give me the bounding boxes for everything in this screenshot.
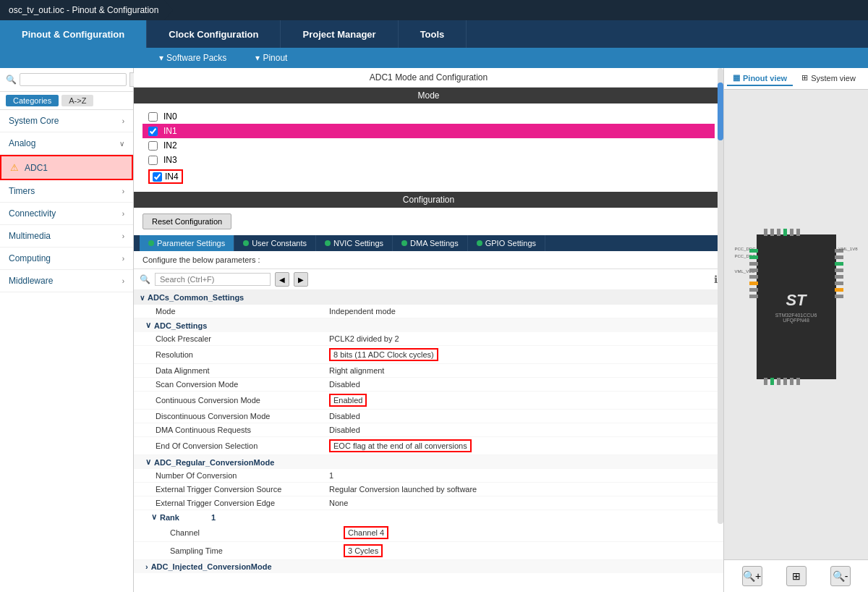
chevron-down-icon: ∨ <box>119 140 124 148</box>
main-tab-bar: Pinout & Configuration Clock Configurati… <box>0 20 868 48</box>
param-tab-nvic[interactable]: NVIC Settings <box>316 235 393 251</box>
param-tab-dma[interactable]: DMA Settings <box>393 235 468 251</box>
pin-b-green <box>770 378 774 385</box>
chip-body: ST STM32F401CCU6 UFQFPN48 <box>757 234 836 379</box>
sidebar-filter-tabs: Categories A->Z <box>0 92 133 110</box>
main-scrollbar[interactable] <box>718 68 723 524</box>
right-panel: ▦ Pinout view ⊞ System view PCC_DDC_IN P… <box>723 68 868 592</box>
pin-b-3 <box>783 378 787 385</box>
sidebar-item-system-core[interactable]: System Core › <box>0 110 133 132</box>
param-row-resolution: Resolution 8 bits (11 ADC Clock cycles) <box>134 346 723 364</box>
params-table: ∨ ADCs_Common_Settings Mode Independent … <box>134 290 723 592</box>
param-row-scan-conversion: Scan Conversion Mode Disabled <box>134 378 723 392</box>
pin-green-2 <box>749 255 758 259</box>
tab-project-manager[interactable]: Project Manager <box>281 20 398 48</box>
view-tab-pinout[interactable]: ▦ Pinout view <box>727 71 793 86</box>
group-adcs-common[interactable]: ∨ ADCs_Common_Settings <box>134 290 723 305</box>
group-adc-settings[interactable]: ∨ ADC_Settings <box>134 318 723 332</box>
zoom-in-button[interactable]: 🔍+ <box>742 566 762 586</box>
in3-checkbox[interactable] <box>148 156 158 165</box>
pin-t-2 <box>770 229 774 236</box>
zoom-out-button[interactable]: 🔍- <box>830 566 851 586</box>
warning-icon: ⚠ <box>10 162 19 173</box>
pin-t-5 <box>796 229 800 236</box>
pin-r-2 <box>835 255 843 259</box>
mode-item-in1[interactable]: IN1 <box>142 124 715 138</box>
sub-tab-software-packs[interactable]: ▾ Software Packs <box>145 53 241 63</box>
pin-r-green-1 <box>835 262 843 266</box>
pin-t-4 <box>790 229 793 236</box>
reset-config-button[interactable]: Reset Configuration <box>142 213 231 229</box>
param-tab-gpio[interactable]: GPIO Settings <box>468 235 545 251</box>
fit-icon: ⊞ <box>792 570 801 582</box>
sidebar-item-analog[interactable]: Analog ∨ <box>0 132 133 155</box>
chevron-down-icon-regular: ∨ <box>145 457 151 467</box>
mode-item-in0[interactable]: IN0 <box>148 109 709 124</box>
continuous-conversion-value: Enabled <box>329 394 367 407</box>
param-search-input[interactable] <box>155 273 271 286</box>
pin-gray-3 <box>749 275 758 279</box>
mode-item-in3[interactable]: IN3 <box>148 153 709 167</box>
fit-view-button[interactable]: ⊞ <box>786 566 807 586</box>
sidebar: 🔍 Categories A->Z System Core › Analog ∨ <box>0 68 134 592</box>
group-adc-injected[interactable]: › ADC_Injected_ConversionMode <box>134 560 723 573</box>
group-adc-regular[interactable]: ∨ ADC_Regular_ConversionMode <box>134 455 723 469</box>
config-toolbar: Reset Configuration <box>134 208 723 235</box>
sidebar-item-adc1[interactable]: ⚠ ADC1 <box>0 155 133 180</box>
param-tab-user-constants[interactable]: User Constants <box>234 235 316 251</box>
scrollbar-thumb <box>718 83 723 140</box>
sidebar-item-middleware[interactable]: Middleware › <box>0 270 133 292</box>
sidebar-item-computing[interactable]: Computing › <box>0 248 133 270</box>
sidebar-item-timers[interactable]: Timers › <box>0 180 133 203</box>
pin-b-1 <box>764 378 767 385</box>
in1-checkbox[interactable] <box>148 127 158 136</box>
param-row-ext-trigger-edge: External Trigger Conversion Edge None <box>134 496 723 510</box>
pin-b-5 <box>796 378 800 385</box>
chip-view-area: PCC_DDC_IN PCC_DDC_OUT VML_VDD <box>724 90 868 559</box>
chip-package: UFQFPN48 <box>783 318 809 323</box>
channel-value: Channel 4 <box>344 526 388 539</box>
dot-icon-gpio <box>477 240 482 246</box>
tab-clock-config[interactable]: Clock Configuration <box>147 20 281 48</box>
mode-section-header: Mode <box>134 88 723 103</box>
dot-icon-dma <box>401 240 407 246</box>
chevron-right-icon-timers: › <box>122 187 124 195</box>
dot-icon-nvic <box>325 240 331 246</box>
in2-checkbox[interactable] <box>148 141 158 151</box>
main-content: ADC1 Mode and Configuration Mode IN0 IN1… <box>134 68 723 592</box>
filter-tab-az[interactable]: A->Z <box>61 95 93 106</box>
nav-next-button[interactable]: ▶ <box>294 272 308 287</box>
param-row-discontinuous-conversion: Discontinuous Conversion Mode Disabled <box>134 410 723 423</box>
param-tab-bar: Parameter Settings User Constants NVIC S… <box>134 235 723 251</box>
chevron-right-icon-mm: › <box>122 232 124 240</box>
pin-t-3 <box>777 229 780 236</box>
chip-model: STM32F401CCU6 <box>775 313 817 318</box>
mode-item-in4[interactable]: IN4 <box>148 167 709 186</box>
eoc-value: EOC flag at the end of all conversions <box>329 439 472 452</box>
pin-r-5 <box>835 282 843 285</box>
title-bar-text: osc_tv_out.ioc - Pinout & Configuration <box>9 5 158 15</box>
search-icon-params: 🔍 <box>140 274 150 284</box>
mode-item-in2[interactable]: IN2 <box>148 138 709 153</box>
tab-pinout-config[interactable]: Pinout & Configuration <box>0 20 147 48</box>
pin-r-6 <box>835 295 843 298</box>
param-tab-parameter[interactable]: Parameter Settings <box>140 235 234 251</box>
tab-tools[interactable]: Tools <box>399 20 467 48</box>
view-tab-bar: ▦ Pinout view ⊞ System view <box>724 68 868 90</box>
sidebar-items-list: System Core › Analog ∨ ⚠ ADC1 Timers › C… <box>0 110 133 592</box>
chevron-right-icon-comp: › <box>122 255 124 263</box>
param-row-num-conversion: Number Of Conversion 1 <box>134 469 723 483</box>
nav-prev-button[interactable]: ◀ <box>275 272 289 287</box>
sidebar-item-multimedia[interactable]: Multimedia › <box>0 225 133 248</box>
system-view-icon: ⊞ <box>801 73 808 83</box>
in0-checkbox[interactable] <box>148 112 158 122</box>
filter-tab-categories[interactable]: Categories <box>6 95 59 106</box>
view-tab-system[interactable]: ⊞ System view <box>796 71 861 86</box>
sub-tab-pinout[interactable]: ▾ Pinout <box>241 53 302 63</box>
sidebar-search-input[interactable] <box>20 73 127 86</box>
sidebar-item-connectivity[interactable]: Connectivity › <box>0 203 133 225</box>
pin-r-yellow <box>835 288 843 292</box>
in4-checkbox[interactable] <box>153 172 162 182</box>
pin-yellow-1 <box>749 282 758 285</box>
chevron-right-icon-injected: › <box>145 562 148 571</box>
